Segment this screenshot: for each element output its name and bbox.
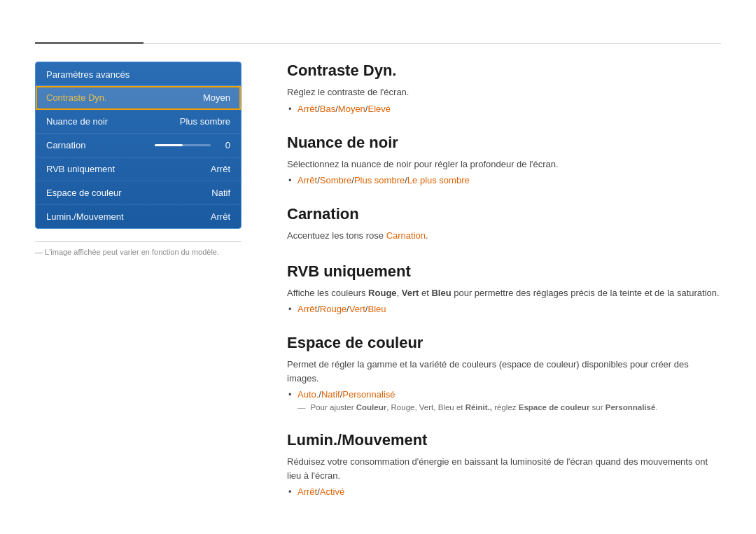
menu-label-nuance-noir: Nuance de noir xyxy=(46,116,108,127)
opt-rouge: Rouge xyxy=(320,304,346,314)
menu-value-rvb: Arrêt xyxy=(211,164,230,174)
section-title-rvb: RVB uniquement xyxy=(287,262,721,281)
menu-value-lumin: Arrêt xyxy=(211,211,230,222)
rvb-bleu: Bleu xyxy=(431,288,451,298)
panel-title: Paramètres avancés xyxy=(36,62,241,86)
menu-item-nuance-noir[interactable]: Nuance de noir Plus sombre xyxy=(36,110,241,134)
section-desc-espace-couleur: Permet de régler la gamme et la variété … xyxy=(287,358,721,385)
subnote-text: Pour ajuster Couleur, Rouge, Vert, Bleu … xyxy=(311,403,658,412)
opt-natif: Natif xyxy=(321,389,340,400)
menu-label-carnation: Carnation xyxy=(46,140,85,150)
panel-note: ― L'image affichée peut varier en foncti… xyxy=(35,248,241,256)
opt-auto: Auto. xyxy=(298,389,318,400)
section-desc-lumin: Réduisez votre consommation d'énergie en… xyxy=(287,455,721,482)
menu-item-rvb[interactable]: RVB uniquement Arrêt xyxy=(36,157,241,181)
section-contraste-dyn: Contraste Dyn. Réglez le contraste de l'… xyxy=(287,62,721,114)
section-title-nuance-noir: Nuance de noir xyxy=(287,134,721,152)
opt-moyen: Moyen xyxy=(338,104,365,114)
rvb-rouge: Rouge xyxy=(368,288,396,298)
menu-item-espace-couleur[interactable]: Espace de couleur Natif xyxy=(36,181,241,205)
slider-track[interactable] xyxy=(155,144,211,146)
slider-fill xyxy=(155,144,183,146)
opt-personnalise: Personnalisé xyxy=(342,389,395,400)
section-title-lumin: Lumin./Mouvement xyxy=(287,431,721,449)
menu-label-espace-couleur: Espace de couleur xyxy=(46,188,122,198)
section-lumin: Lumin./Mouvement Réduisez votre consomma… xyxy=(287,431,721,497)
menu-value-espace-couleur: Natif xyxy=(211,188,230,198)
carnation-highlight: Carnation xyxy=(386,230,426,241)
opt-bas: Bas xyxy=(320,104,335,114)
menu-value-nuance-noir: Plus sombre xyxy=(180,116,230,127)
menu-item-carnation[interactable]: Carnation 0 xyxy=(36,134,241,157)
section-title-carnation: Carnation xyxy=(287,205,721,223)
menu-label-lumin: Lumin./Mouvement xyxy=(46,211,124,222)
subnote-reinit: Réinit., xyxy=(465,403,492,412)
section-options-rvb: Arrêt / Rouge / Vert / Bleu xyxy=(287,304,721,314)
panel-box: Paramètres avancés Contraste Dyn. Moyen … xyxy=(35,62,241,229)
subsection-note-espace-couleur: ― Pour ajuster Couleur, Rouge, Vert, Ble… xyxy=(287,403,721,412)
section-desc-contraste-dyn: Réglez le contraste de l'écran. xyxy=(287,85,721,99)
menu-label-rvb: RVB uniquement xyxy=(46,164,115,174)
opt-plus-sombre: Plus sombre xyxy=(354,175,405,185)
top-divider xyxy=(35,43,721,44)
opt-sombre: Sombre xyxy=(320,175,352,185)
menu-item-contraste-dyn[interactable]: Contraste Dyn. Moyen xyxy=(36,86,241,110)
slider-container: 0 xyxy=(155,140,230,150)
section-desc-carnation: Accentuez les tons rose Carnation. xyxy=(287,229,721,243)
section-carnation: Carnation Accentuez les tons rose Carnat… xyxy=(287,205,721,243)
left-panel: Paramètres avancés Contraste Dyn. Moyen … xyxy=(35,62,241,256)
dash-icon: ― xyxy=(298,403,306,412)
section-espace-couleur: Espace de couleur Permet de régler la ga… xyxy=(287,334,721,412)
section-options-contraste-dyn: Arrêt / Bas / Moyen / Elevé xyxy=(287,104,721,114)
subnote-espace: Espace de couleur xyxy=(519,403,590,412)
section-options-lumin: Arrêt / Activé xyxy=(287,486,721,497)
menu-item-lumin[interactable]: Lumin./Mouvement Arrêt xyxy=(36,205,241,228)
section-nuance-noir: Nuance de noir Sélectionnez la nuance de… xyxy=(287,134,721,186)
section-options-espace-couleur: Auto. / Natif / Personnalisé xyxy=(287,389,721,400)
section-title-espace-couleur: Espace de couleur xyxy=(287,334,721,352)
opt-arret-4: Arrêt xyxy=(298,486,317,497)
section-options-nuance-noir: Arrêt / Sombre / Plus sombre / Le plus s… xyxy=(287,175,721,185)
opt-eleve: Elevé xyxy=(368,104,391,114)
opt-arret-2: Arrêt xyxy=(298,175,317,185)
section-desc-rvb: Affiche les couleurs Rouge, Vert et Bleu… xyxy=(287,286,721,300)
subnote-couleur: Couleur xyxy=(356,403,386,412)
panel-divider xyxy=(35,241,241,242)
menu-value-contraste-dyn: Moyen xyxy=(203,92,230,103)
section-desc-nuance-noir: Sélectionnez la nuance de noir pour régl… xyxy=(287,157,721,171)
opt-arret-3: Arrêt xyxy=(298,304,317,314)
section-title-contraste-dyn: Contraste Dyn. xyxy=(287,62,721,80)
slider-value: 0 xyxy=(216,140,230,150)
opt-vert: Vert xyxy=(349,304,365,314)
opt-arret: Arrêt xyxy=(298,104,317,114)
right-content: Contraste Dyn. Réglez le contraste de l'… xyxy=(287,62,721,517)
subnote-personnalise: Personnalisé xyxy=(606,403,656,412)
opt-bleu: Bleu xyxy=(368,304,386,314)
opt-active: Activé xyxy=(320,486,344,497)
section-rvb: RVB uniquement Affiche les couleurs Roug… xyxy=(287,262,721,315)
menu-label-contraste-dyn: Contraste Dyn. xyxy=(46,92,107,103)
rvb-vert: Vert xyxy=(402,288,419,298)
opt-le-plus-sombre: Le plus sombre xyxy=(407,175,470,185)
